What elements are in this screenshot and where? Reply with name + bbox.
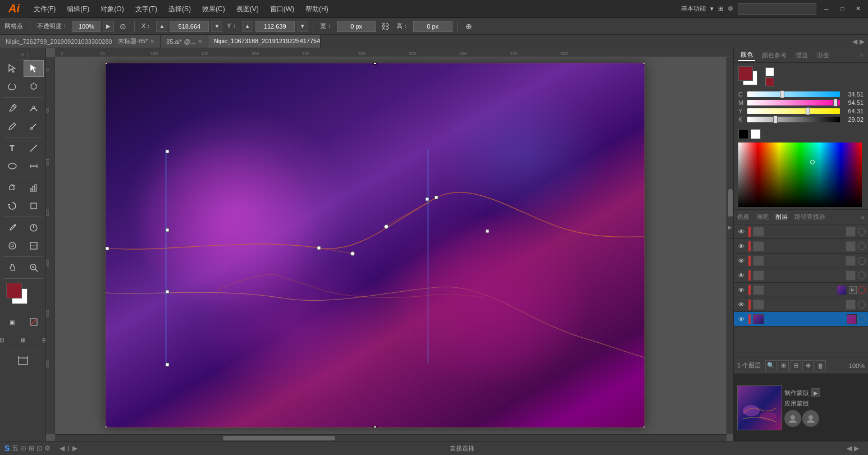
menu-effect[interactable]: 效果(C) (197, 0, 231, 18)
swatches-tab[interactable]: 色板 (737, 213, 750, 221)
layer-5-visibility[interactable]: 👁 (736, 285, 746, 295)
layer-2-circle[interactable] (858, 242, 866, 250)
link-icon[interactable]: ⛓ (378, 20, 392, 33)
menu-file[interactable]: 文件(F) (28, 0, 61, 18)
type-tool[interactable]: T (2, 140, 22, 157)
fg-color-box[interactable] (738, 66, 753, 81)
layer-3-circle[interactable] (858, 257, 866, 265)
layer-row-6[interactable]: 👁 (734, 297, 868, 312)
x-up-btn[interactable]: ▲ (156, 21, 167, 32)
pencil-tool[interactable] (24, 118, 44, 135)
y-slider-track[interactable] (747, 108, 840, 114)
color-tab[interactable]: 颜色 (738, 49, 755, 61)
opacity-input[interactable] (72, 21, 100, 32)
direct-select-tool[interactable] (24, 60, 44, 77)
scrollbar-thumb-h[interactable] (223, 436, 335, 440)
color-mode-dark[interactable] (765, 77, 774, 86)
h-input[interactable] (413, 21, 453, 32)
view-btn-2[interactable]: ⊞ (13, 332, 33, 348)
bottom-btn-2[interactable]: ⊙ (21, 444, 26, 452)
minimize-button[interactable]: ─ (821, 3, 832, 15)
y-down-btn[interactable]: ▼ (297, 21, 308, 32)
tab-2-close[interactable]: ✕ (198, 38, 202, 44)
layers-panel-menu[interactable]: ≡ (861, 214, 865, 220)
graph-tool[interactable] (24, 237, 44, 254)
layer-4-visibility[interactable]: 👁 (736, 270, 746, 281)
paint-bucket-tool[interactable] (2, 180, 22, 196)
artboards-btn[interactable] (13, 353, 33, 370)
select-tool[interactable] (2, 60, 22, 77)
scrollbar-vertical[interactable] (727, 57, 733, 434)
menu-select[interactable]: 选择(S) (163, 0, 197, 18)
zoom-prev[interactable]: ◀ (847, 444, 852, 452)
w-input[interactable] (337, 21, 376, 32)
rotate-tool[interactable] (2, 197, 22, 214)
x-input[interactable] (170, 21, 209, 32)
dropdown-icon[interactable]: ▾ (710, 5, 714, 12)
bottom-btn-1[interactable]: 五 (12, 444, 19, 453)
zoom-tool[interactable] (24, 259, 44, 276)
tab-2[interactable]: 85.ai* @... ✕ (161, 35, 208, 48)
tab-next-arrow[interactable]: ▶ (858, 38, 866, 45)
layers-btn-2[interactable]: ⊞ (778, 360, 789, 371)
thumbnail-preview[interactable] (737, 385, 782, 430)
m-slider-track[interactable] (747, 100, 840, 105)
zoom-next[interactable]: ▶ (854, 444, 859, 452)
layers-btn-3[interactable]: ⊟ (790, 360, 801, 371)
color-mode-white[interactable] (765, 67, 774, 76)
panel-collapse-btn[interactable]: ▶ (727, 217, 733, 239)
tab-prev-arrow[interactable]: ◀ (851, 38, 858, 45)
layer-active-visibility[interactable]: 👁 (736, 314, 746, 324)
search-layers-btn[interactable]: 🔍 (765, 360, 776, 371)
white-swatch[interactable] (751, 129, 761, 139)
artboard-prev[interactable]: ◀ (60, 444, 65, 452)
lasso-tool[interactable] (2, 78, 22, 95)
scrollbar-horizontal[interactable] (55, 434, 727, 441)
make-btn[interactable]: ▶ (811, 388, 820, 397)
view-btn-1[interactable]: ⊡ (0, 332, 12, 348)
artboard[interactable] (106, 63, 645, 428)
menu-text[interactable]: 文字(T) (130, 0, 163, 18)
y-up-btn[interactable]: ▲ (242, 21, 253, 32)
transform-icon[interactable]: ⊕ (462, 20, 476, 33)
bottom-btn-4[interactable]: ⊡ (36, 444, 42, 452)
pathfinder-tab[interactable]: 路径查找器 (794, 213, 825, 221)
brush-tool[interactable] (2, 118, 22, 135)
menu-object[interactable]: 对象(O) (95, 0, 129, 18)
hand-tool[interactable] (2, 259, 22, 276)
layer-row-active[interactable]: 👁 (734, 312, 868, 327)
pen-tool[interactable] (2, 100, 22, 117)
icon-btn-1[interactable]: ⊞ (718, 5, 723, 12)
tab-1-close[interactable]: ✕ (150, 38, 154, 44)
artboard-next[interactable]: ▶ (72, 444, 77, 452)
k-slider-thumb[interactable] (773, 116, 778, 123)
delete-layer-btn[interactable]: 🗑 (815, 360, 826, 371)
tab-1[interactable]: 未标题-85* ✕ (112, 35, 161, 48)
measure-tool[interactable] (24, 219, 44, 236)
gradient-tab[interactable]: 渐变 (815, 50, 832, 61)
layers-btn-4[interactable]: ⊕ (802, 360, 814, 371)
c-slider-track[interactable] (747, 91, 840, 97)
color-picker-gradient[interactable] (738, 143, 862, 207)
layer-1-circle[interactable] (858, 228, 866, 236)
menu-edit[interactable]: 编辑(E) (61, 0, 95, 18)
layer-row-3[interactable]: 👁 (734, 254, 868, 268)
layers-tab[interactable]: 图层 (775, 213, 788, 221)
view-btn-3[interactable]: ⊟ (34, 332, 47, 348)
no-fill-btn[interactable] (24, 314, 44, 330)
close-button[interactable]: ✕ (852, 3, 864, 15)
c-slider-thumb[interactable] (780, 90, 784, 98)
icon-btn-2[interactable]: ⚙ (728, 5, 733, 12)
magic-wand-tool[interactable] (24, 78, 44, 95)
menu-window[interactable]: 窗口(W) (264, 0, 300, 18)
m-slider-thumb[interactable] (833, 99, 838, 107)
opacity-increment-btn[interactable]: ▶ (103, 21, 114, 32)
y-slider-thumb[interactable] (806, 107, 810, 115)
maximize-button[interactable]: □ (837, 3, 848, 15)
brushes-tab[interactable]: 画笔 (756, 213, 769, 221)
tab-0[interactable]: Nipic_7262799_20190920103330028031.ai* ✕ (0, 35, 112, 48)
search-input[interactable] (738, 3, 816, 15)
fill-btn[interactable]: ▣ (2, 314, 22, 330)
symbol-tool[interactable] (2, 237, 22, 254)
crop-tool[interactable] (24, 197, 44, 214)
